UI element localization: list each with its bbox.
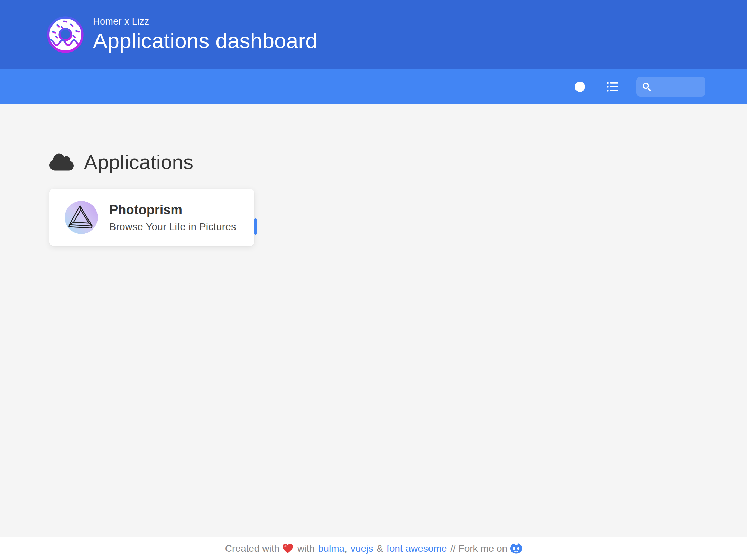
theme-toggle-circle-icon[interactable] — [575, 82, 585, 92]
homer-dashboard-page: Homer x Lizz Applications dashboard — [0, 0, 747, 560]
donut-logo-icon — [46, 15, 85, 54]
photoprism-logo-icon — [65, 201, 98, 234]
footer: Created with with bulma, vuejs & font aw… — [0, 537, 747, 560]
search-icon — [642, 82, 652, 92]
search-box[interactable] — [636, 77, 706, 97]
navbar — [0, 69, 747, 104]
list-icon — [607, 82, 618, 92]
card-text-block: Photoprism Browse Your Life in Pictures — [109, 203, 236, 233]
card-accent-bar — [254, 218, 257, 235]
footer-comma: , — [344, 543, 347, 554]
card-subtitle: Browse Your Life in Pictures — [109, 221, 236, 233]
footer-with-text: with — [297, 543, 315, 554]
footer-created-with-text: Created with — [225, 543, 279, 554]
github-icon[interactable] — [510, 543, 522, 554]
page-title: Applications dashboard — [93, 28, 317, 53]
dashboard-subtitle: Homer x Lizz — [93, 16, 317, 27]
heart-icon — [283, 544, 293, 553]
font-awesome-link[interactable]: font awesome — [387, 543, 447, 554]
applications-section-header: Applications — [49, 150, 747, 174]
vuejs-link[interactable]: vuejs — [351, 543, 373, 554]
search-input[interactable] — [655, 82, 700, 92]
card-title: Photoprism — [109, 203, 236, 217]
app-header: Homer x Lizz Applications dashboard — [0, 0, 747, 69]
section-title: Applications — [84, 150, 193, 174]
header-title-block: Homer x Lizz Applications dashboard — [93, 16, 317, 53]
bulma-link[interactable]: bulma — [318, 543, 344, 554]
main-content: Applications — [0, 104, 747, 537]
layout-toggle-button[interactable] — [607, 82, 618, 92]
footer-ampersand: & — [377, 543, 383, 554]
footer-fork-text: // Fork me on — [450, 543, 507, 554]
cloud-icon — [49, 152, 74, 172]
photoprism-card[interactable]: Photoprism Browse Your Life in Pictures — [49, 189, 254, 246]
